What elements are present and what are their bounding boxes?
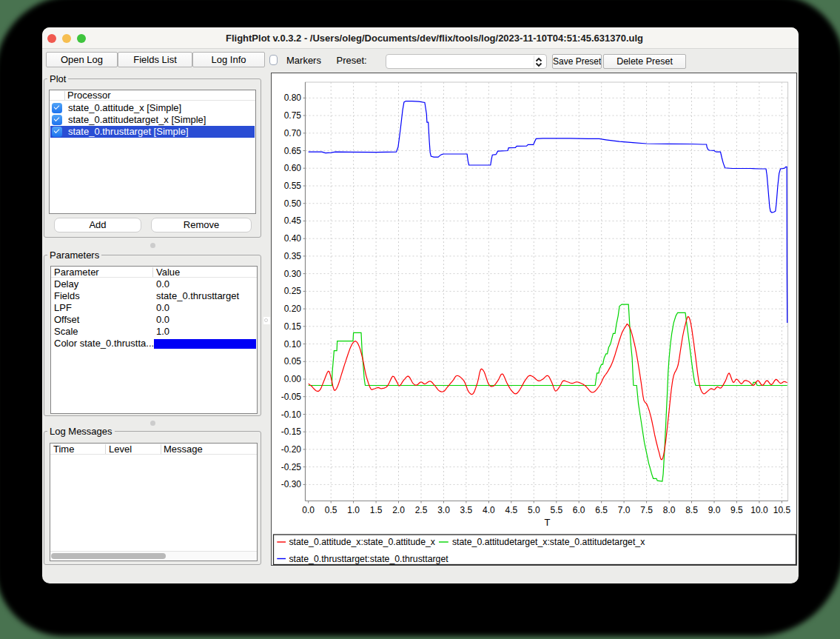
svg-text:0.00: 0.00 [284,374,302,384]
svg-text:7.0: 7.0 [618,505,631,515]
svg-text:3.0: 3.0 [437,505,450,515]
svg-text:state_0.attitudetarget_x:state: state_0.attitudetarget_x:state_0.attitud… [452,537,645,547]
svg-text:0.5: 0.5 [325,505,337,515]
svg-text:0.35: 0.35 [284,250,302,261]
svg-text:5.5: 5.5 [550,505,562,515]
svg-text:-0.05: -0.05 [281,391,302,401]
svg-text:7.5: 7.5 [640,505,653,515]
svg-text:0.75: 0.75 [284,110,302,121]
svg-text:0.15: 0.15 [284,321,302,331]
svg-text:4.0: 4.0 [483,505,495,515]
svg-text:3.5: 3.5 [460,505,473,515]
svg-text:10.5: 10.5 [773,505,791,515]
svg-text:9.5: 9.5 [730,505,743,515]
svg-text:0.65: 0.65 [284,145,302,155]
svg-text:4.5: 4.5 [505,505,517,515]
svg-text:-0.10: -0.10 [281,409,302,419]
svg-text:9.0: 9.0 [708,505,721,515]
svg-text:-0.20: -0.20 [281,444,302,454]
svg-text:5.0: 5.0 [528,505,540,515]
svg-text:0.80: 0.80 [284,93,302,103]
svg-text:8.0: 8.0 [663,505,676,515]
svg-text:0.40: 0.40 [284,233,302,244]
svg-text:-0.30: -0.30 [281,479,302,489]
svg-text:state_0.thrusttarget:state_0.t: state_0.thrusttarget:state_0.thrusttarge… [289,553,448,563]
svg-text:0.0: 0.0 [302,505,315,515]
svg-text:0.10: 0.10 [284,338,302,349]
svg-text:-0.25: -0.25 [281,461,302,472]
svg-text:6.5: 6.5 [595,505,608,515]
svg-text:10.0: 10.0 [750,505,768,515]
svg-text:-0.15: -0.15 [281,426,302,437]
svg-text:0.60: 0.60 [284,163,302,173]
svg-text:0.70: 0.70 [284,127,302,138]
svg-text:0.25: 0.25 [284,286,302,296]
svg-text:0.55: 0.55 [284,181,302,191]
svg-text:0.05: 0.05 [284,356,302,367]
svg-text:6.0: 6.0 [573,505,585,515]
svg-text:2.5: 2.5 [415,505,428,515]
svg-text:0.50: 0.50 [284,198,302,208]
svg-text:8.5: 8.5 [685,505,698,515]
svg-text:0.20: 0.20 [284,304,302,314]
svg-text:state_0.attitude_x:state_0.att: state_0.attitude_x:state_0.attitude_x [289,537,435,547]
svg-text:0.45: 0.45 [284,215,302,226]
svg-text:1.5: 1.5 [370,505,383,515]
svg-text:T: T [545,516,551,527]
svg-text:2.0: 2.0 [392,505,405,515]
svg-text:0.30: 0.30 [284,268,302,278]
svg-text:1.0: 1.0 [347,505,360,515]
